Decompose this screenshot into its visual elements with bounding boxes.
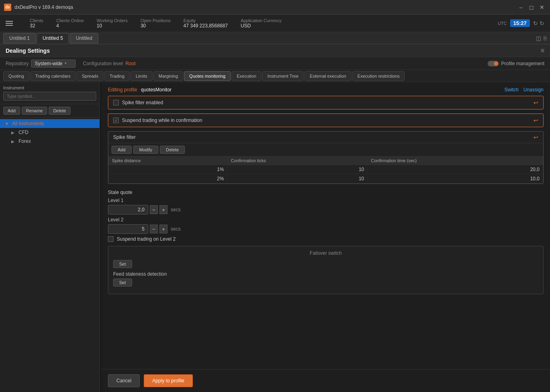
tab-instrument-tree[interactable]: Instrument Tree [262,71,304,81]
tab-execution[interactable]: Execution [232,71,261,81]
form-area: Spike filter enabled ↩ ✓ Suspend trading… [101,96,550,369]
level2-unit: secs [171,226,181,232]
cell-ticks-2: 10 [227,174,368,184]
spike-filter-checkbox[interactable] [113,100,119,105]
unassign-link[interactable]: Unassign [523,87,544,93]
spike-add-button[interactable]: Add [112,146,132,154]
profile-name: quotesMonitor [141,87,172,93]
failover-section: Failover switch Set Feed staleness detec… [108,246,544,294]
tree-cfd[interactable]: ▶ CFD [0,128,99,137]
close-button[interactable]: ✕ [538,3,546,11]
tab-trading-calendars[interactable]: Trading calendars [30,71,76,81]
suspend-level2-label: Suspend trading on Level 2 [117,236,176,242]
spike-filter-buttons: Add Modify Delete [108,143,543,156]
tab-trading[interactable]: Trading [104,71,130,81]
cancel-button[interactable]: Cancel [108,374,140,387]
stat-clients: Clients 32 [30,18,43,29]
cell-time-2: 10,0 [368,174,543,184]
refresh-icons: ↻ ↻ [533,20,544,27]
spike-filter-table: Spike distance Confirmation ticks Confir… [108,156,543,184]
col-spike-distance: Spike distance [109,157,227,165]
maximize-button[interactable]: ◻ [527,3,536,11]
stat-app-currency: Application Currency USD [241,18,282,29]
failover-set-button-1[interactable]: Set [113,260,132,268]
profile-toggle-dot [488,61,499,66]
refresh-icon-2[interactable]: ↻ [540,20,544,27]
tab-margining[interactable]: Margining [153,71,183,81]
bottom-bar: Cancel Apply to profile [101,369,550,392]
tree-child-arrow-icon-2: ▶ [11,139,14,144]
cell-time-1: 20,0 [368,165,543,174]
level2-increment-button[interactable]: + [159,225,167,233]
level2-input[interactable] [108,224,148,234]
level1-label: Level 1 [108,198,544,203]
page-menu-icon[interactable]: ≡ [541,47,544,54]
spike-filter-undo-icon[interactable]: ↩ [533,99,538,106]
rename-button[interactable]: Rename [22,107,48,115]
level2-input-row: − + secs [108,224,544,234]
cell-distance-2: 2% [109,174,227,184]
section-tabs: Quoting Trading calendars Spreads Tradin… [0,70,550,82]
suspend-trading-row: ✓ Suspend trading while in confirmation … [108,114,543,127]
suspend-trading-label: Suspend trading while in confirmation [122,118,202,123]
settings-tab-icon[interactable]: ⎘ [544,35,547,41]
stat-working-orders: Working Orders 10 [97,18,128,29]
tree-all-instruments[interactable]: ▼ All Instruments [0,119,99,128]
profile-management-toggle[interactable]: Profile management [488,61,544,66]
page-title: Dealing Settings [6,47,50,54]
hamburger-menu-icon[interactable] [6,21,13,26]
level1-input[interactable] [108,205,148,215]
main-content: Instrument Add Rename Delete ▼ All Instr… [0,82,550,392]
repo-dropdown[interactable]: System-wide [31,60,76,68]
search-input[interactable] [3,92,96,101]
tab-untitled-5[interactable]: Untitled 5 [37,33,69,43]
level2-label: Level 2 [108,217,544,223]
minimize-button[interactable]: – [517,3,525,11]
tab-quotes-monitoring[interactable]: Quotes monitoring [184,71,231,81]
level2-decrement-button[interactable]: − [150,225,158,233]
right-panel: Editing profile quotesMonitor Switch Una… [101,82,550,392]
spike-delete-button[interactable]: Delete [160,146,185,154]
table-row: 2% 10 10,0 [109,174,543,184]
tab-execution-restrictions[interactable]: Execution restrictions [352,71,405,81]
title-bar: dx dxDealPro v 169.4 demoqa – ◻ ✕ [0,0,550,14]
add-tab-icon[interactable]: ◫ [536,35,541,41]
tree-forex[interactable]: ▶ Forex [0,137,99,146]
failover-set-button-2[interactable]: Set [113,279,132,287]
col-confirmation-time: Confirmation time (sec) [368,157,543,165]
repo-bar: Repository System-wide Configuration lev… [0,57,550,70]
switch-link[interactable]: Switch [505,87,519,93]
suspend-trading-box: ✓ Suspend trading while in confirmation … [108,113,544,127]
apply-to-profile-button[interactable]: Apply to profile [144,374,192,387]
app-title: dxDealPro v 169.4 demoqa [14,4,517,10]
spike-filter-label: Spike filter enabled [122,100,163,105]
suspend-level2-row: Suspend trading on Level 2 [108,236,544,242]
stats-bar: Clients 32 Clients Online 4 Working Orde… [0,14,550,32]
tab-limits[interactable]: Limits [130,71,153,81]
tab-spreads[interactable]: Spreads [77,71,103,81]
suspend-level2-checkbox[interactable] [108,236,114,242]
spike-modify-button[interactable]: Modify [133,146,158,154]
tab-untitled-1[interactable]: Untitled 1 [3,33,36,43]
suspend-trading-checkbox[interactable]: ✓ [113,118,119,123]
add-button[interactable]: Add [3,107,20,115]
tab-icons: ◫ ⎘ [536,35,547,41]
tab-external-execution[interactable]: External execution [304,71,352,81]
refresh-icon-1[interactable]: ↻ [533,20,538,27]
tree-child-arrow-icon: ▶ [11,130,14,135]
stat-equity: Equity 47 349 223,8568687 [184,18,228,29]
level1-input-row: − + secs [108,205,544,215]
delete-button[interactable]: Delete [49,107,70,115]
spike-filter-section-undo-icon[interactable]: ↩ [533,134,538,140]
page-title-bar: Dealing Settings ≡ [0,44,550,57]
spike-filter-header: Spike filter ↩ [108,132,543,143]
level1-increment-button[interactable]: + [159,205,167,214]
tab-quoting[interactable]: Quoting [3,71,29,81]
window-controls: – ◻ ✕ [517,3,546,11]
stale-quote-section: Stale quote Level 1 − + secs Level 2 − +… [108,188,544,242]
level1-decrement-button[interactable]: − [150,205,158,214]
editing-profile-label: Editing profile quotesMonitor [108,87,172,93]
spike-filter-enabled-box: Spike filter enabled ↩ [108,96,544,109]
tab-untitled[interactable]: Untitled [70,33,98,43]
suspend-trading-undo-icon[interactable]: ↩ [533,117,538,124]
